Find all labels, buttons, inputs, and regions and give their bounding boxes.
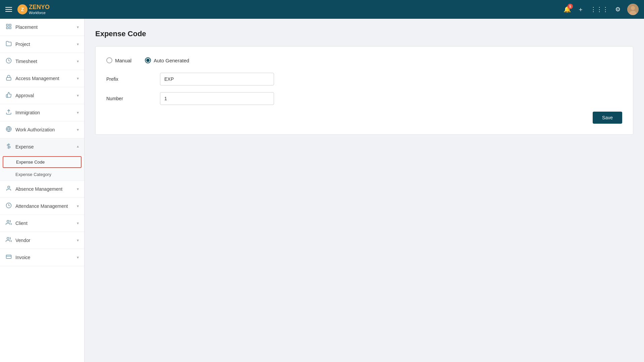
chevron-work-authorization: ▾ bbox=[77, 127, 79, 132]
sidebar-item-immigration[interactable]: Immigration ▾ bbox=[0, 104, 84, 121]
notification-badge: 5 bbox=[568, 4, 573, 9]
sidebar-label-work-authorization: Work Authorization bbox=[15, 127, 55, 132]
sidebar-label-absence-management: Absence Management bbox=[15, 186, 62, 192]
radio-dot-auto bbox=[146, 59, 150, 62]
expense-icon bbox=[5, 143, 12, 150]
expense-code-card: Manual Auto Generated Prefix Number bbox=[95, 46, 633, 135]
expense-submenu: Expense Code Expense Category bbox=[0, 156, 84, 181]
sidebar-item-invoice[interactable]: Invoice ▾ bbox=[0, 249, 84, 266]
prefix-row: Prefix bbox=[106, 73, 622, 85]
chevron-absence-management: ▾ bbox=[77, 187, 79, 191]
number-row: Number bbox=[106, 92, 622, 105]
sidebar-label-attendance-management: Attendance Management bbox=[15, 203, 68, 209]
radio-circle-auto bbox=[145, 57, 151, 63]
topnav-left: Z ZENYO Workforce bbox=[5, 4, 50, 15]
placement-icon bbox=[5, 23, 12, 31]
client-icon bbox=[5, 220, 12, 227]
svg-point-15 bbox=[7, 220, 9, 222]
absence-management-icon bbox=[5, 185, 12, 193]
sidebar: Placement ▾ Project ▾ Timesheet ▾ bbox=[0, 19, 85, 362]
sidebar-item-placement[interactable]: Placement ▾ bbox=[0, 19, 84, 36]
svg-rect-3 bbox=[6, 24, 8, 26]
sidebar-item-project[interactable]: Project ▾ bbox=[0, 36, 84, 53]
chevron-approval: ▾ bbox=[77, 93, 79, 98]
sidebar-subitem-expense-category[interactable]: Expense Category bbox=[0, 169, 84, 181]
sidebar-item-work-authorization[interactable]: Work Authorization ▾ bbox=[0, 121, 84, 138]
page-title: Expense Code bbox=[95, 29, 633, 38]
chevron-timesheet: ▾ bbox=[77, 59, 79, 64]
radio-circle-manual bbox=[106, 57, 112, 63]
project-icon bbox=[5, 41, 12, 48]
sidebar-item-absence-management[interactable]: Absence Management ▾ bbox=[0, 181, 84, 198]
chevron-invoice: ▾ bbox=[77, 255, 79, 260]
sidebar-label-vendor: Vendor bbox=[15, 238, 30, 243]
chevron-project: ▾ bbox=[77, 42, 79, 47]
logo[interactable]: Z ZENYO Workforce bbox=[17, 4, 50, 15]
prefix-input[interactable] bbox=[160, 73, 274, 85]
svg-rect-4 bbox=[9, 24, 11, 26]
sidebar-item-expense[interactable]: Expense ▾ bbox=[0, 138, 84, 156]
notification-bell[interactable]: 🔔 5 bbox=[564, 6, 571, 13]
invoice-icon bbox=[5, 254, 12, 261]
sidebar-label-placement: Placement bbox=[15, 24, 38, 30]
vendor-icon bbox=[5, 237, 12, 244]
sidebar-subitem-expense-code[interactable]: Expense Code bbox=[3, 156, 82, 168]
grid-icon[interactable]: ⋮⋮⋮ bbox=[590, 6, 608, 13]
chevron-expense: ▾ bbox=[77, 144, 79, 149]
immigration-icon bbox=[5, 109, 12, 116]
svg-rect-6 bbox=[9, 27, 11, 29]
top-navigation: Z ZENYO Workforce 🔔 5 ＋ ⋮⋮⋮ ⚙ bbox=[0, 0, 644, 19]
sidebar-label-client: Client bbox=[15, 221, 28, 226]
sidebar-item-client[interactable]: Client ▾ bbox=[0, 215, 84, 232]
svg-point-13 bbox=[8, 186, 10, 188]
svg-point-1 bbox=[631, 6, 635, 10]
sidebar-label-immigration: Immigration bbox=[15, 110, 40, 115]
logo-icon: Z bbox=[17, 4, 28, 14]
main-content: Expense Code Manual Auto Generated Prefi… bbox=[85, 19, 644, 362]
sidebar-item-access-management[interactable]: Access Management ▾ bbox=[0, 70, 84, 87]
sidebar-item-approval[interactable]: Approval ▾ bbox=[0, 87, 84, 104]
chevron-attendance-management: ▾ bbox=[77, 204, 79, 208]
number-label: Number bbox=[106, 96, 160, 101]
logo-text: ZENYO Workforce bbox=[29, 4, 50, 15]
chevron-immigration: ▾ bbox=[77, 110, 79, 115]
radio-group: Manual Auto Generated bbox=[106, 57, 622, 63]
sidebar-label-approval: Approval bbox=[15, 93, 34, 98]
sidebar-item-timesheet[interactable]: Timesheet ▾ bbox=[0, 53, 84, 70]
topnav-right: 🔔 5 ＋ ⋮⋮⋮ ⚙ bbox=[564, 4, 639, 15]
radio-manual[interactable]: Manual bbox=[106, 57, 131, 63]
attendance-management-icon bbox=[5, 202, 12, 210]
access-management-icon bbox=[5, 75, 12, 82]
chevron-client: ▾ bbox=[77, 221, 79, 226]
sidebar-label-timesheet: Timesheet bbox=[15, 59, 37, 64]
add-button[interactable]: ＋ bbox=[578, 5, 584, 13]
user-avatar[interactable] bbox=[627, 4, 639, 15]
chevron-placement: ▾ bbox=[77, 25, 79, 29]
prefix-label: Prefix bbox=[106, 76, 160, 82]
sidebar-item-attendance-management[interactable]: Attendance Management ▾ bbox=[0, 198, 84, 215]
svg-rect-17 bbox=[6, 255, 11, 259]
svg-rect-5 bbox=[6, 27, 8, 29]
sidebar-label-project: Project bbox=[15, 42, 30, 47]
sidebar-label-invoice: Invoice bbox=[15, 255, 30, 260]
sidebar-item-vendor[interactable]: Vendor ▾ bbox=[0, 232, 84, 249]
radio-auto-generated[interactable]: Auto Generated bbox=[145, 57, 189, 63]
sidebar-label-access-management: Access Management bbox=[15, 76, 59, 81]
approval-icon bbox=[5, 92, 12, 99]
hamburger-menu[interactable] bbox=[5, 7, 12, 12]
number-input[interactable] bbox=[160, 92, 274, 105]
main-layout: Placement ▾ Project ▾ Timesheet ▾ bbox=[0, 19, 644, 362]
timesheet-icon bbox=[5, 58, 12, 65]
chevron-vendor: ▾ bbox=[77, 238, 79, 243]
svg-point-16 bbox=[7, 237, 9, 239]
work-authorization-icon bbox=[5, 126, 12, 133]
chevron-access-management: ▾ bbox=[77, 76, 79, 81]
save-button[interactable]: Save bbox=[593, 112, 622, 124]
sidebar-label-expense: Expense bbox=[15, 144, 34, 149]
settings-icon[interactable]: ⚙ bbox=[615, 6, 621, 13]
svg-rect-8 bbox=[6, 77, 11, 80]
save-row: Save bbox=[106, 112, 622, 124]
